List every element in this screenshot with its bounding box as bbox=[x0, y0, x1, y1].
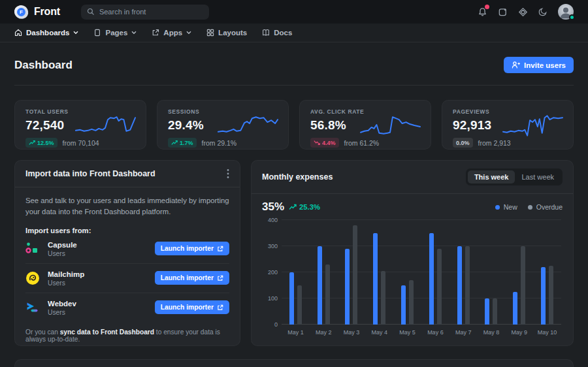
sync-data-link[interactable]: sync data to Front Dashboard bbox=[60, 328, 154, 336]
gem-icon[interactable] bbox=[517, 7, 528, 17]
legend-item-overdue[interactable]: Overdue bbox=[528, 203, 563, 211]
bar-overdue[interactable] bbox=[409, 280, 414, 325]
nav-item-docs[interactable]: Docs bbox=[262, 29, 292, 37]
bar-new[interactable] bbox=[513, 292, 517, 325]
bar-new[interactable] bbox=[541, 267, 546, 325]
x-axis-tick: May 9 bbox=[505, 329, 533, 336]
moon-icon[interactable] bbox=[538, 7, 548, 17]
navbar-actions bbox=[477, 4, 574, 20]
import-type: Users bbox=[48, 250, 77, 257]
bar-group[interactable] bbox=[421, 220, 449, 325]
bar-overdue[interactable] bbox=[353, 225, 357, 325]
bar-group[interactable] bbox=[310, 220, 338, 325]
bar-overdue[interactable] bbox=[325, 264, 330, 325]
search-box[interactable] bbox=[81, 5, 209, 20]
bar-new[interactable] bbox=[429, 233, 434, 325]
launch-importer-button[interactable]: Launch importer bbox=[155, 300, 229, 314]
bar-group[interactable] bbox=[478, 220, 506, 325]
x-axis-tick: May 3 bbox=[338, 329, 366, 336]
bar-group[interactable] bbox=[505, 220, 533, 325]
chevron-down-icon bbox=[186, 31, 191, 35]
import-row-capsule: Capsule Users Launch importer bbox=[25, 234, 229, 263]
expenses-card-title: Monthly expenses bbox=[262, 172, 333, 182]
bar-new[interactable] bbox=[373, 233, 378, 325]
y-axis-tick: 0 bbox=[261, 321, 278, 328]
bar-overdue[interactable] bbox=[493, 298, 497, 325]
book-icon bbox=[262, 29, 270, 37]
stat-card-pageviews[interactable]: Pageviews 92,913 0.0% from 2,913 bbox=[442, 100, 574, 150]
legend-item-new[interactable]: New bbox=[495, 203, 517, 211]
more-options-icon[interactable] bbox=[227, 168, 229, 179]
bar-overdue[interactable] bbox=[297, 285, 302, 325]
bar-new[interactable] bbox=[289, 272, 294, 325]
bar-overdue[interactable] bbox=[549, 266, 553, 325]
bar-overdue[interactable] bbox=[521, 246, 525, 325]
import-name: Webdev bbox=[48, 299, 76, 309]
grid-icon bbox=[206, 29, 214, 37]
stat-card-sessions[interactable]: Sessions 29.4% 1.7% from 29.1% bbox=[157, 100, 289, 150]
bar-overdue[interactable] bbox=[381, 271, 385, 325]
monthly-expenses-card: Monthly expenses This week Last week 35%… bbox=[251, 160, 574, 346]
import-name: Capsule bbox=[48, 240, 77, 250]
stats-row: Total users 72,540 12.5% from 70,104 Ses… bbox=[14, 100, 574, 150]
y-axis-tick: 100 bbox=[261, 295, 278, 302]
front-logo-letter: F bbox=[17, 8, 25, 16]
nav-label: Docs bbox=[274, 29, 292, 37]
import-subheading: Import users from: bbox=[25, 227, 229, 234]
nav-item-dashboards[interactable]: Dashboards bbox=[14, 29, 78, 37]
bar-new[interactable] bbox=[485, 298, 489, 325]
apps-icon[interactable] bbox=[497, 7, 508, 17]
launch-importer-button[interactable]: Launch importer bbox=[155, 242, 229, 255]
bar-new[interactable] bbox=[345, 249, 350, 325]
import-name: Mailchimp bbox=[48, 270, 84, 279]
toggle-last-week[interactable]: Last week bbox=[515, 170, 561, 184]
launch-importer-button[interactable]: Launch importer bbox=[155, 271, 229, 285]
page-header: Dashboard Invite users bbox=[14, 42, 574, 86]
stat-card-click-rate[interactable]: Avg. click rate 56.8% 4.4% from 61.2% bbox=[299, 100, 431, 150]
person-plus-icon bbox=[512, 61, 520, 69]
import-description: See and talk to your users and leads imm… bbox=[25, 195, 229, 217]
y-axis-tick: 300 bbox=[261, 243, 278, 249]
trend-up-icon bbox=[29, 140, 35, 146]
sparkline-chart bbox=[74, 111, 137, 138]
bell-icon[interactable] bbox=[477, 7, 487, 17]
stat-from: from 2,913 bbox=[478, 139, 511, 147]
import-data-card: Import data into Front Dashboard See and… bbox=[14, 160, 240, 346]
toggle-this-week[interactable]: This week bbox=[468, 170, 515, 184]
import-type: Users bbox=[48, 309, 76, 316]
expenses-change: 25.3% bbox=[289, 203, 320, 211]
nav-label: Pages bbox=[105, 29, 127, 37]
bar-overdue[interactable] bbox=[465, 246, 470, 325]
webdev-icon bbox=[25, 300, 40, 315]
y-axis-tick: 400 bbox=[261, 217, 278, 223]
brand-logo[interactable]: F Front bbox=[14, 5, 60, 19]
bar-group[interactable] bbox=[393, 220, 421, 325]
nav-item-layouts[interactable]: Layouts bbox=[206, 29, 247, 37]
bar-group[interactable] bbox=[533, 220, 561, 325]
week-toggle: This week Last week bbox=[466, 168, 563, 185]
user-avatar[interactable] bbox=[558, 4, 574, 20]
invite-users-button[interactable]: Invite users bbox=[504, 57, 574, 73]
import-card-title: Import data into Front Dashboard bbox=[25, 169, 155, 178]
sparkline-chart bbox=[217, 111, 279, 138]
x-axis-tick: May 2 bbox=[310, 329, 338, 336]
nav-item-apps[interactable]: Apps bbox=[152, 29, 191, 37]
x-axis-tick: May 1 bbox=[282, 329, 310, 336]
x-axis-tick: May 8 bbox=[478, 329, 506, 336]
bar-group[interactable] bbox=[282, 220, 310, 325]
bar-new[interactable] bbox=[457, 246, 462, 325]
change-badge: 0.0% bbox=[453, 138, 473, 148]
stat-card-total-users[interactable]: Total users 72,540 12.5% from 70,104 bbox=[14, 100, 146, 150]
bar-group[interactable] bbox=[365, 220, 393, 325]
bar-new[interactable] bbox=[401, 285, 406, 325]
nav-item-pages[interactable]: Pages bbox=[93, 29, 137, 37]
expenses-bar-chart: 0100200300400 bbox=[282, 220, 561, 325]
stat-from: from 70,104 bbox=[63, 139, 99, 147]
bar-group[interactable] bbox=[449, 220, 478, 325]
mailchimp-icon bbox=[25, 271, 40, 285]
search-input[interactable] bbox=[99, 8, 203, 16]
change-badge: 12.5% bbox=[25, 138, 57, 148]
bar-overdue[interactable] bbox=[437, 249, 442, 325]
bar-group[interactable] bbox=[338, 220, 366, 325]
bar-new[interactable] bbox=[318, 246, 322, 325]
